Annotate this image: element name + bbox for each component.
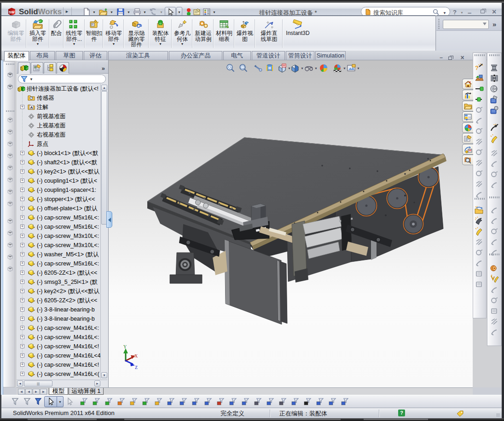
svg-text:X: X [134,353,138,358]
svg-text:Z: Z [135,365,138,370]
svg-text:Y: Y [123,344,127,349]
svg-text:?: ? [475,64,479,71]
svg-text:A: A [30,105,33,110]
svg-text:SW: SW [9,10,15,14]
